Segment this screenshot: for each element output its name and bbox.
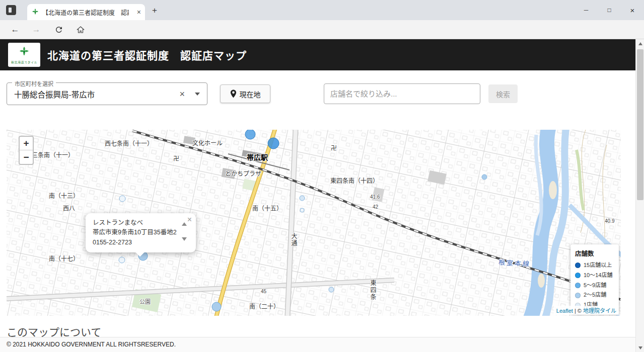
scrollbar-thumb[interactable]: [637, 49, 643, 200]
map-label: 東四条南（十四）: [330, 176, 379, 185]
workspaces-icon[interactable]: [6, 5, 16, 15]
chevron-down-icon[interactable]: [195, 93, 200, 96]
map-label-elevation: 40.9: [605, 218, 614, 224]
map-label: 文化ホール: [192, 138, 223, 147]
store-marker[interactable]: [482, 174, 487, 180]
map-label-elevation: 42: [373, 204, 378, 210]
gsi-tiles-link[interactable]: 地理院タイル: [583, 308, 616, 314]
zoom-in-button[interactable]: +: [20, 137, 33, 150]
legend-dot: [575, 293, 581, 298]
popup-close-icon[interactable]: ×: [187, 215, 192, 224]
map-label: 大通: [290, 233, 298, 247]
city-select[interactable]: 市区町村を選択 十勝総合振興局-帯広市 ×: [7, 82, 207, 105]
legend-dot: [575, 283, 581, 288]
browser-navbar: ← → https://www5.newhokkaido-style.info/…: [0, 20, 644, 39]
map-label: とかちプラザ: [225, 169, 261, 178]
new-tab-button[interactable]: +: [150, 6, 159, 15]
city-select-value: 十勝総合振興局-帯広市: [14, 89, 95, 100]
refresh-button[interactable]: [52, 23, 66, 37]
legend-label: 2〜5店舗: [584, 290, 606, 300]
store-count-legend: 店舗数 15店舗以上 10〜14店舗 5〜9店舗 2〜5店舗 1店舗: [570, 244, 619, 314]
scroll-up-icon[interactable]: [636, 39, 644, 48]
legend-label: 10〜14店舗: [584, 271, 612, 281]
store-popup: レストランまなべ 帯広市東9条南10丁目35番地2 0155-22-2723 ×: [86, 213, 196, 252]
map-label: 東四条: [369, 280, 377, 301]
site-logo: 新北海道スタイル: [8, 43, 40, 67]
attribution-separator: |: [575, 308, 576, 314]
map-attribution: Leaflet | © 地理院タイル: [554, 306, 619, 315]
store-filter-input[interactable]: [324, 83, 480, 104]
map-label: 南（十五）: [252, 204, 282, 212]
map-label-station: 帯広駅: [247, 152, 268, 162]
map-label: 西八: [63, 204, 75, 212]
vertical-scrollbar[interactable]: [635, 39, 644, 352]
popup-scroll-down-icon[interactable]: [182, 237, 187, 241]
legend-row: 2〜5店舗: [575, 290, 614, 300]
zoom-out-button[interactable]: −: [20, 150, 33, 164]
tab-title: 【北海道の第三者認証制度 認証: [42, 8, 129, 17]
location-pin-icon: [230, 90, 237, 98]
map-label: 三条南（十一）: [32, 150, 74, 159]
legend-dot: [575, 273, 581, 278]
store-name: レストランまなべ: [93, 218, 189, 228]
map-label: 南（二十）: [249, 302, 279, 310]
legend-label: 5〜9店舗: [584, 281, 606, 291]
map-label: 南（十三）: [49, 191, 79, 200]
map-label-elevation: 41.6: [370, 194, 380, 200]
browser-tab[interactable]: 【北海道の第三者認証制度 認証 ×: [27, 4, 145, 20]
page-title: 北海道の第三者認証制度 認証店マップ: [47, 47, 247, 62]
scroll-down-icon[interactable]: [636, 343, 644, 352]
forward-button: →: [29, 23, 43, 37]
popup-scroll-up-icon[interactable]: [182, 222, 187, 226]
store-marker[interactable]: [329, 287, 334, 292]
map-label-elevation: 45: [261, 289, 266, 294]
site-header: 新北海道スタイル 北海道の第三者認証制度 認証店マップ: [0, 39, 644, 70]
window-maximize-button[interactable]: □: [598, 0, 621, 20]
map-label: 西七条南（十一）: [105, 139, 153, 147]
site-favicon-icon: [31, 8, 39, 16]
store-marker[interactable]: [119, 196, 125, 202]
window-close-button[interactable]: ×: [621, 0, 644, 20]
legend-row: 15店舗以上: [575, 260, 614, 271]
map-label: 南（十七）: [49, 254, 79, 262]
store-marker[interactable]: [245, 130, 255, 139]
map-label-railway: 根室本線: [498, 257, 531, 268]
back-button[interactable]: ←: [8, 23, 22, 37]
legend-label: 15店舗以上: [584, 260, 612, 271]
new-hokkaido-style-logo-icon: [18, 46, 31, 59]
logo-caption: 新北海道スタイル: [11, 60, 37, 64]
legend-row: 5〜9店舗: [575, 281, 614, 291]
zoom-control: + −: [19, 136, 34, 165]
clear-selection-icon[interactable]: ×: [179, 89, 185, 99]
legend-dot: [575, 262, 581, 268]
map-label-temple: 卍: [331, 143, 337, 152]
attribution-copyright: ©: [578, 308, 582, 314]
window-minimize-button[interactable]: ─: [575, 0, 598, 20]
search-button[interactable]: 検索: [488, 84, 518, 103]
footer: © 2021 HOKKAIDO GOVERNMENT ALL RIGHTSRES…: [0, 337, 644, 352]
tab-strip: 【北海道の第三者認証制度 認証 × + ─ □ ×: [0, 0, 644, 20]
current-location-label: 現在地: [240, 89, 261, 99]
home-button[interactable]: [74, 23, 88, 37]
store-phone: 0155-22-2723: [93, 238, 189, 247]
store-marker[interactable]: [300, 196, 305, 201]
leaflet-map[interactable]: + − 三条南（十一） 西七条南（十一） 文化ホール 帯広駅 とかちプラザ 東四…: [7, 130, 621, 316]
store-marker[interactable]: [212, 302, 221, 311]
store-marker[interactable]: [119, 257, 125, 263]
legend-title: 店舗数: [575, 248, 614, 258]
store-marker[interactable]: [300, 208, 304, 212]
browser-window: 【北海道の第三者認証制度 認証 × + ─ □ × ← → https://ww…: [0, 0, 644, 352]
store-marker[interactable]: [268, 138, 279, 149]
tab-close-icon[interactable]: ×: [137, 9, 141, 16]
map-label-temple: 卍: [173, 154, 179, 162]
leaflet-link[interactable]: Leaflet: [556, 308, 573, 314]
legend-row: 10〜14店舗: [575, 271, 614, 281]
map-label: 公園: [139, 297, 151, 305]
store-address: 帯広市東9条南10丁目35番地2: [93, 228, 189, 237]
current-location-button[interactable]: 現在地: [220, 84, 270, 103]
city-select-label: 市区町村を選択: [12, 79, 56, 87]
